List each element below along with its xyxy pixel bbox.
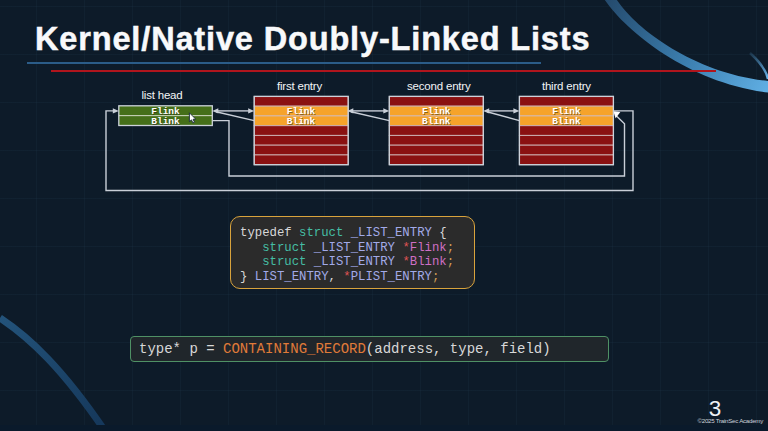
svg-text:list head: list head: [141, 89, 182, 101]
svg-text:Blink: Blink: [287, 116, 316, 127]
svg-text:first entry: first entry: [277, 80, 323, 92]
svg-text:Blink: Blink: [151, 116, 180, 127]
svg-text:third entry: third entry: [542, 80, 591, 92]
svg-text:Blink: Blink: [422, 116, 451, 127]
svg-text:second entry: second entry: [407, 80, 471, 92]
svg-text:Blink: Blink: [552, 116, 581, 127]
